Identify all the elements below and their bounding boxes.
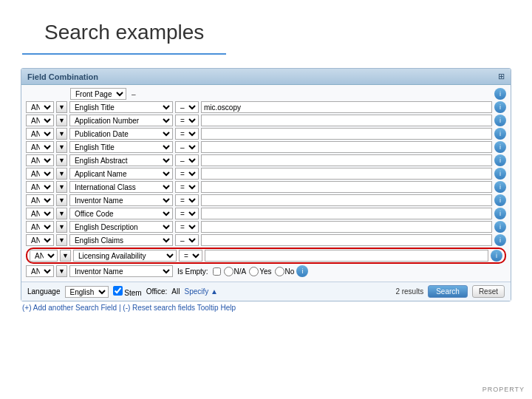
cond-select-7[interactable]: = — [175, 194, 199, 206]
field-select-10[interactable]: English Claims — [69, 234, 173, 246]
value-input-2[interactable] — [201, 128, 492, 140]
search-row-12: AND ▼ Inventor Name Is Empty: N/A Yes No… — [26, 265, 506, 277]
field-select-9[interactable]: English Description — [69, 221, 173, 233]
field-select-5[interactable]: Applicant Name — [69, 168, 173, 180]
add-field-link[interactable]: (+) Add another Search Field — [22, 304, 117, 312]
op-btn-0[interactable]: ▼ — [56, 101, 67, 113]
field-select-4[interactable]: English Abstract — [69, 154, 173, 166]
stem-label: Stem — [113, 286, 142, 297]
info-btn-10[interactable]: i — [494, 234, 506, 246]
empty-checkbox[interactable] — [213, 267, 221, 276]
value-input-9[interactable] — [201, 221, 492, 233]
value-input-4[interactable] — [201, 154, 492, 166]
cond-select-3[interactable]: – — [175, 141, 199, 153]
field-select-7[interactable]: Inventor Name — [69, 194, 173, 206]
specify-link[interactable]: Specify ▲ — [184, 287, 217, 296]
cond-select-6[interactable]: = — [175, 181, 199, 193]
na-radio[interactable] — [224, 267, 233, 276]
op-btn-2[interactable]: ▼ — [56, 128, 67, 140]
op-select-1[interactable]: AND — [26, 115, 54, 126]
search-panel: Field Combination ⊞ Front Page – i AND — [21, 68, 511, 301]
value-input-5[interactable] — [201, 168, 492, 180]
cond-select-0[interactable]: –= — [175, 101, 199, 113]
stem-checkbox[interactable] — [113, 286, 123, 296]
op-select-8[interactable]: AND — [26, 208, 54, 219]
info-btn-11[interactable]: i — [491, 250, 502, 262]
field-select-0[interactable]: English Title — [69, 101, 173, 113]
no-radio[interactable] — [275, 267, 284, 276]
value-input-6[interactable] — [201, 181, 492, 193]
field-select-12[interactable]: Inventor Name — [69, 265, 173, 277]
op-select-9[interactable]: AND — [26, 221, 54, 233]
front-page-select[interactable]: Front Page — [70, 88, 126, 100]
value-input-10[interactable] — [201, 234, 492, 246]
info-btn-8[interactable]: i — [494, 208, 506, 219]
op-btn-12[interactable]: ▼ — [56, 265, 67, 277]
info-btn-fp[interactable]: i — [494, 88, 506, 100]
info-btn-6[interactable]: i — [494, 181, 506, 193]
info-btn-2[interactable]: i — [494, 128, 506, 140]
op-btn-3[interactable]: ▼ — [56, 141, 67, 153]
op-btn-4[interactable]: ▼ — [56, 154, 67, 166]
op-btn-9[interactable]: ▼ — [56, 221, 67, 233]
info-btn-1[interactable]: i — [494, 115, 506, 126]
yes-radio[interactable] — [249, 267, 259, 276]
value-input-0[interactable] — [201, 101, 492, 113]
language-select[interactable]: English — [65, 286, 109, 298]
value-input-11[interactable] — [205, 250, 488, 262]
search-row-5: AND ▼ Applicant Name = i — [26, 168, 506, 180]
cond-select-9[interactable]: = — [175, 221, 199, 233]
cond-select-10[interactable]: – — [175, 234, 199, 246]
op-select-3[interactable]: AND — [26, 141, 54, 153]
info-btn-0[interactable]: i — [494, 101, 506, 113]
field-select-6[interactable]: International Class — [69, 181, 173, 193]
dash-label-fp: – — [129, 90, 139, 98]
page-title: Search examples — [22, 0, 226, 55]
help-link[interactable]: Help — [220, 304, 236, 312]
op-btn-1[interactable]: ▼ — [56, 115, 67, 126]
op-select-7[interactable]: AND — [26, 194, 54, 206]
op-select-10[interactable]: AND — [26, 234, 54, 246]
cond-select-4[interactable]: – — [175, 154, 199, 166]
op-btn-5[interactable]: ▼ — [56, 168, 67, 180]
field-select-8[interactable]: Office Code — [69, 208, 173, 219]
op-btn-6[interactable]: ▼ — [56, 181, 67, 193]
value-input-1[interactable] — [201, 115, 492, 126]
op-select-6[interactable]: AND — [26, 181, 54, 193]
op-btn-10[interactable]: ▼ — [56, 234, 67, 246]
expand-icon[interactable]: ⊞ — [498, 72, 505, 81]
cond-select-5[interactable]: = — [175, 168, 199, 180]
cond-select-1[interactable]: = — [175, 115, 199, 126]
value-input-7[interactable] — [201, 194, 492, 206]
op-btn-8[interactable]: ▼ — [56, 208, 67, 219]
info-btn-5[interactable]: i — [494, 168, 506, 180]
op-select-12[interactable]: AND — [26, 265, 54, 277]
value-input-8[interactable] — [201, 208, 492, 219]
cond-select-11[interactable]: = — [179, 250, 202, 262]
cond-select-2[interactable]: = — [175, 128, 199, 140]
search-row-9: AND ▼ English Description = i — [26, 221, 506, 233]
field-select-3[interactable]: English Title — [69, 141, 173, 153]
field-select-1[interactable]: Application Number — [69, 115, 173, 126]
field-select-11[interactable]: Licensing Availability — [73, 250, 177, 262]
op-select-0[interactable]: AND — [26, 101, 54, 113]
op-select-5[interactable]: AND — [26, 168, 54, 180]
reset-button[interactable]: Reset — [472, 285, 505, 298]
info-btn-9[interactable]: i — [494, 221, 506, 233]
is-empty-label: Is Empty: — [175, 267, 211, 276]
language-label: Language — [27, 287, 61, 296]
op-btn-7[interactable]: ▼ — [56, 194, 67, 206]
op-btn-11[interactable]: ▼ — [60, 250, 71, 262]
field-select-2[interactable]: Publication Date — [69, 128, 173, 140]
info-btn-12[interactable]: i — [296, 265, 308, 277]
reset-fields-link[interactable]: (-) Reset search fields — [123, 304, 195, 312]
info-btn-3[interactable]: i — [494, 141, 506, 153]
op-select-2[interactable]: AND — [26, 128, 54, 140]
op-select-4[interactable]: AND — [26, 154, 54, 166]
cond-select-8[interactable]: = — [175, 208, 199, 219]
op-select-11[interactable]: AND — [30, 250, 58, 262]
value-input-3[interactable] — [201, 141, 492, 153]
info-btn-7[interactable]: i — [494, 194, 506, 206]
search-button[interactable]: Search — [428, 285, 468, 298]
info-btn-4[interactable]: i — [494, 154, 506, 166]
